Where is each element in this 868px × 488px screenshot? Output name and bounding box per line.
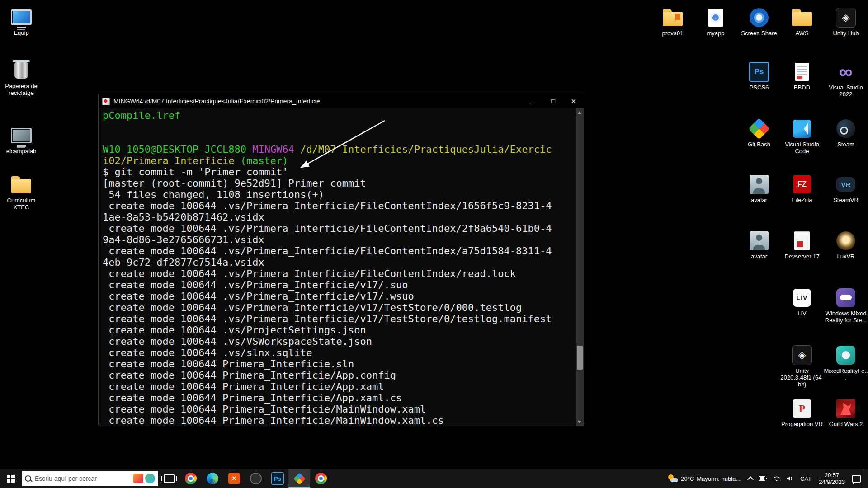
desktop-icon-curriculum-xtec[interactable]: Curriculum XTEC xyxy=(1,174,42,211)
desktop-icon-luxvr[interactable]: LuxVR xyxy=(826,230,866,260)
desktop-icon-pscs6[interactable]: PsPSCS6 xyxy=(739,61,779,91)
desktop-icon-propagation-vr[interactable]: PPropagation VR xyxy=(782,398,822,427)
desktop-icon-steam[interactable]: Steam xyxy=(826,118,866,148)
volume-control[interactable] xyxy=(783,469,797,488)
desktop-icon-unity-hub[interactable]: ◈Unity Hub xyxy=(826,7,866,37)
desktop-icon-visual-studio-code[interactable]: Visual Studio Code xyxy=(782,118,822,155)
terminal-lines: pCompile.lref W10 1050@DESKTOP-JCCL880 M… xyxy=(103,110,584,426)
desktop-icon-label: Screen Share xyxy=(736,30,782,37)
desktop-icon-git-bash[interactable]: Git Bash xyxy=(739,118,779,148)
orange-app-icon: × xyxy=(228,473,240,484)
desktop-icon-label: avatar xyxy=(736,197,782,203)
maximize-button[interactable]: □ xyxy=(543,94,563,108)
terminal-line: create mode 100644 Primera_Interficie/Ma… xyxy=(103,404,584,415)
terminal-line: pCompile.lref xyxy=(103,110,584,121)
close-button[interactable]: × xyxy=(563,94,584,108)
terminal-scrollbar[interactable] xyxy=(576,108,584,426)
desktop-icon-label: Equip xyxy=(0,29,44,36)
desktop-icon-label: Unity Hub xyxy=(823,30,868,37)
desktop-icon-unity-2020[interactable]: ◈Unity 2020.3.48f1 (64-bit) xyxy=(782,344,822,388)
task-view-icon xyxy=(164,474,175,483)
taskbar-app-git-bash[interactable] xyxy=(288,469,310,488)
scrollbar-thumb[interactable] xyxy=(577,346,583,370)
desktop-icon-avatar-2[interactable]: avatar xyxy=(739,230,779,260)
desktop-icon-visual-studio-2022[interactable]: ∞Visual Studio 2022 xyxy=(826,61,866,98)
language-indicator[interactable]: CAT xyxy=(797,469,815,488)
search-highlight-photo-icon xyxy=(145,474,155,483)
terminal-line: create mode 100644 .vs/VSWorkspaceState.… xyxy=(103,336,584,347)
chrome-icon xyxy=(185,473,197,484)
taskbar-app-app-dark[interactable] xyxy=(245,469,267,488)
folder-icon xyxy=(791,7,813,28)
terminal-line: create mode 100644 .vs/ProjectSettings.j… xyxy=(103,324,584,336)
scroll-down-icon[interactable] xyxy=(576,418,584,426)
terminal-line: W10 1050@DESKTOP-JCCL880 MINGW64 /d/M07 … xyxy=(103,144,584,155)
desktop-icon-liv[interactable]: LIVLIV xyxy=(782,287,822,317)
network-status[interactable] xyxy=(770,469,783,488)
wifi-icon xyxy=(773,476,780,481)
terminal-line: [master (root-commit) 9e52d91] Primer co… xyxy=(103,178,584,189)
search-placeholder: Escriu aquí per cercar xyxy=(35,475,130,482)
taskbar-app-chrome[interactable] xyxy=(180,469,202,488)
desktop-icon-bbdd[interactable]: BBDD xyxy=(782,61,822,91)
liv-icon: LIV xyxy=(791,287,813,309)
desktop-icon-label: SteamVR xyxy=(823,197,868,203)
mixed-reality-feature-icon xyxy=(835,344,857,366)
taskbar-app-edge[interactable] xyxy=(202,469,223,488)
windows-logo-icon xyxy=(7,475,15,483)
minimize-button[interactable]: – xyxy=(523,94,543,108)
terminal-line xyxy=(103,121,584,132)
guild-wars-icon xyxy=(835,398,857,419)
desktop-icon-prova01[interactable]: prova01 xyxy=(652,7,693,37)
scroll-up-icon[interactable] xyxy=(576,108,584,116)
start-button[interactable] xyxy=(0,469,22,488)
terminal-line: 54 files changed, 1108 insertions(+) xyxy=(103,189,584,200)
show-desktop-button[interactable] xyxy=(864,469,868,488)
terminal-titlebar[interactable]: MINGW64:/d/M07 Interficies/PractiquesJul… xyxy=(99,94,584,108)
terminal-line: create mode 100644 Primera_Interficie/Ma… xyxy=(103,415,584,426)
desktop-icon-avatar-1[interactable]: avatar xyxy=(739,174,779,203)
weather-description: Mayorm. nubla... xyxy=(697,475,741,482)
terminal-line: i02/Primera_Interficie (master) xyxy=(103,155,584,166)
dark-app-icon xyxy=(250,473,262,484)
taskbar-app-photoshop[interactable]: Ps xyxy=(267,469,288,488)
terminal-line: create mode 100644 .vs/Primera_Interfici… xyxy=(103,313,584,324)
desktop-icon-paperera[interactable]: Paperera de reciclatge xyxy=(1,60,42,96)
desktop-icon-elcampalab[interactable]: elcampalab xyxy=(1,125,42,155)
desktop-icon-label: Visual Studio Code xyxy=(779,141,825,155)
weather-widget[interactable]: 20°C Mayorm. nubla... xyxy=(664,469,745,488)
action-center-button[interactable] xyxy=(849,469,864,488)
web-document-icon xyxy=(705,7,726,28)
desktop-icon-screen-share[interactable]: Screen Share xyxy=(739,7,779,37)
terminal-window[interactable]: MINGW64:/d/M07 Interficies/PractiquesJul… xyxy=(99,94,584,425)
desktop-icon-steamvr[interactable]: VRSteamVR xyxy=(826,174,866,203)
taskbar-app-task-view[interactable] xyxy=(158,469,180,488)
taskbar-app-app-orange[interactable]: × xyxy=(223,469,245,488)
desktop-icon-guild-wars-2[interactable]: Guild Wars 2 xyxy=(826,398,866,427)
terminal-line: create mode 100644 .vs/Primera_Interfici… xyxy=(103,279,584,291)
search-box[interactable]: Escriu aquí per cercar xyxy=(22,471,158,486)
hidden-icons-button[interactable] xyxy=(745,469,756,488)
taskbar-app-chrome-2[interactable] xyxy=(310,469,332,488)
clock[interactable]: 20:57 24/9/2023 xyxy=(815,469,849,488)
terminal-output[interactable]: pCompile.lref W10 1050@DESKTOP-JCCL880 M… xyxy=(99,108,584,426)
devserver-icon xyxy=(791,230,813,252)
battery-status[interactable] xyxy=(756,469,770,488)
terminal-line: create mode 100644 .vs/Primera_Interfici… xyxy=(103,291,584,302)
desktop-icon-label: MixedRealityFe... xyxy=(823,367,868,381)
git-bash-icon xyxy=(748,118,770,140)
desktop-icon-filezilla[interactable]: FZFileZilla xyxy=(782,174,822,203)
desktop-icon-windows-mixed-reality[interactable]: Windows Mixed Reality for Ste... xyxy=(826,287,866,324)
terminal-line: create mode 100644 .vs/Primera_Interfici… xyxy=(103,200,584,211)
desktop-icon-aws[interactable]: AWS xyxy=(782,7,822,37)
desktop-icon-label: BBDD xyxy=(779,84,825,91)
taskbar: Escriu aquí per cercar ×Ps 20°C Mayorm. … xyxy=(0,469,868,488)
terminal-line: create mode 100644 Primera_Interficie.sl… xyxy=(103,358,584,370)
desktop-icon-myapp[interactable]: myapp xyxy=(695,7,736,37)
desktop-icon-equip[interactable]: Equip xyxy=(1,6,42,36)
desktop-icon-mixedrealityfe[interactable]: MixedRealityFe... xyxy=(826,344,866,381)
windows-desktop: EquipPaperera de reciclatgeelcampalabCur… xyxy=(0,0,868,488)
folder-icon xyxy=(10,174,32,196)
edge-icon xyxy=(207,473,218,484)
desktop-icon-devserver-17[interactable]: Devserver 17 xyxy=(782,230,822,260)
